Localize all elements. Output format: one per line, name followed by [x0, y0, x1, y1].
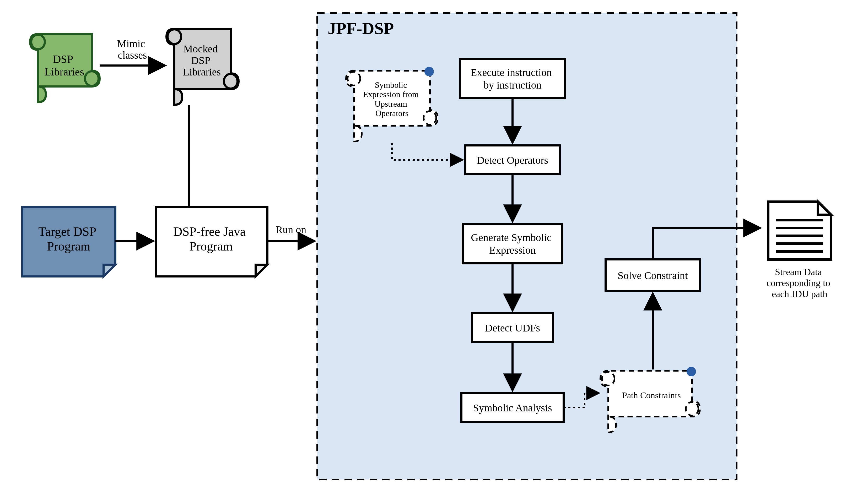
- svg-rect-7: [460, 59, 565, 98]
- svg-point-6: [425, 67, 434, 76]
- detect-udfs-label: Detect UDFs: [485, 322, 540, 334]
- dsp-libraries-node: DSP Libraries: [30, 34, 100, 102]
- run-on-label: Run on: [276, 224, 306, 235]
- symbolic-analysis-label: Symbolic Analysis: [473, 402, 552, 414]
- symbolic-analysis-node: Symbolic Analysis: [461, 393, 564, 422]
- svg-point-4: [348, 72, 360, 86]
- target-dsp-program-node: Target DSP Program: [22, 207, 115, 276]
- svg-point-5: [424, 111, 436, 125]
- svg-point-1: [85, 71, 99, 86]
- solve-constraint-node: Solve Constraint: [606, 259, 700, 291]
- svg-rect-9: [463, 224, 562, 263]
- generate-symbolic-node: Generate Symbolic Expression: [463, 224, 562, 263]
- svg-point-13: [686, 402, 699, 416]
- execute-instruction-node: Execute instruction by instruction: [460, 59, 565, 98]
- detect-operators-node: Detect Operators: [465, 145, 560, 174]
- solve-constraint-label: Solve Constraint: [618, 270, 688, 282]
- dsp-free-java-node: DSP-free Java Program: [156, 207, 268, 276]
- output-caption: Stream Data corresponding to each JDU pa…: [767, 267, 833, 299]
- detect-operators-label: Detect Operators: [477, 154, 548, 166]
- svg-point-12: [602, 372, 615, 386]
- path-constraints-label: Path Constraints: [622, 390, 681, 400]
- svg-point-3: [224, 74, 238, 89]
- svg-point-2: [167, 29, 181, 44]
- mocked-dsp-libraries-node: Mocked DSP Libraries: [166, 29, 239, 105]
- jpf-dsp-title: JPF-DSP: [328, 19, 394, 38]
- svg-point-14: [687, 367, 696, 376]
- output-document-icon: [768, 202, 831, 259]
- svg-point-0: [31, 35, 45, 49]
- detect-udfs-node: Detect UDFs: [472, 313, 553, 342]
- mimic-classes-label: Mimic classes: [117, 38, 148, 61]
